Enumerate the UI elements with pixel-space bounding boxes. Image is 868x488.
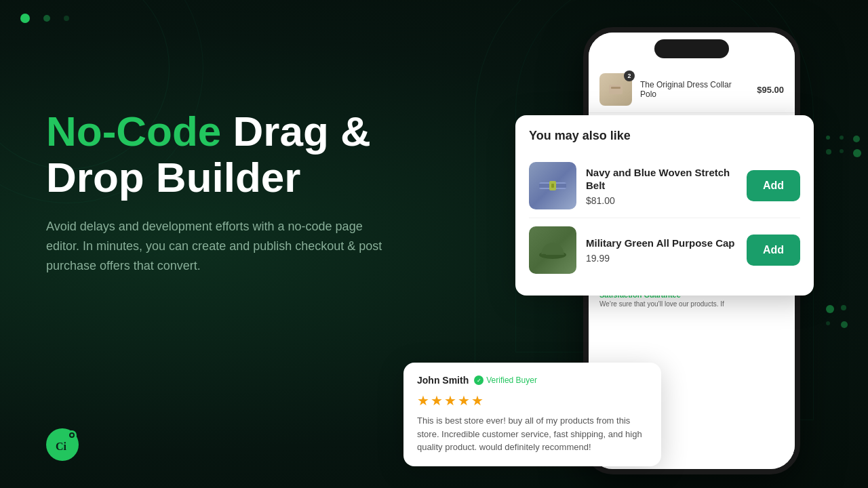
upsell-item-2-info: Military Green All Purpose Cap 19.99 bbox=[586, 237, 737, 264]
dot bbox=[840, 136, 844, 140]
left-content: No-Code Drag & Drop Builder Avoid delays… bbox=[46, 108, 439, 276]
top-dot-1 bbox=[20, 14, 30, 23]
upsell-add-btn-2[interactable]: Add bbox=[747, 235, 800, 266]
verified-badge: ✓ Verified Buyer bbox=[474, 375, 537, 385]
upsell-item-2-image bbox=[529, 226, 576, 274]
svg-rect-14 bbox=[551, 184, 554, 188]
cart-badge: 2 bbox=[624, 70, 635, 81]
dot bbox=[826, 305, 834, 313]
cart-img-wrapper: 2 bbox=[599, 73, 632, 106]
dot bbox=[841, 321, 848, 328]
upsell-popup: You may also like Navy and Blue Woven St… bbox=[515, 115, 814, 296]
cart-item-row: 2 The Original Dress Collar Polo $95.00 bbox=[589, 66, 795, 113]
dot bbox=[826, 149, 831, 155]
verified-label: Verified Buyer bbox=[486, 375, 537, 385]
dot bbox=[826, 321, 830, 325]
dot bbox=[840, 149, 844, 153]
upsell-item-1-image bbox=[529, 162, 576, 209]
dot bbox=[853, 136, 860, 142]
dot bbox=[841, 305, 846, 310]
upsell-item-1-name: Navy and Blue Woven Stretch Belt bbox=[586, 166, 737, 192]
reviewer-name: John Smith bbox=[417, 375, 469, 386]
upsell-item-1-price: $81.00 bbox=[586, 195, 737, 206]
right-dots bbox=[826, 136, 860, 157]
upsell-title: You may also like bbox=[529, 129, 800, 143]
guarantee-desc: We’re sure that you’ll love our products… bbox=[599, 300, 784, 308]
brand-logo: Ci bbox=[46, 426, 81, 464]
review-popup: John Smith ✓ Verified Buyer ★★★★★ This i… bbox=[403, 363, 661, 466]
svg-rect-9 bbox=[609, 85, 623, 94]
top-dot-2 bbox=[43, 15, 50, 22]
headline: No-Code Drag & Drop Builder bbox=[46, 108, 439, 201]
top-dot-3 bbox=[64, 16, 69, 21]
dot bbox=[826, 136, 830, 140]
right-dots-2 bbox=[826, 305, 848, 328]
verified-icon: ✓ bbox=[474, 375, 484, 385]
svg-rect-10 bbox=[611, 87, 620, 89]
headline-green: No-Code bbox=[46, 108, 221, 155]
review-text: This is best store ever! buy all of my p… bbox=[417, 414, 648, 454]
dot bbox=[853, 149, 861, 157]
star-rating: ★★★★★ bbox=[417, 392, 648, 409]
phone-notch bbox=[654, 39, 729, 58]
svg-point-8 bbox=[71, 434, 73, 436]
upsell-item-1: Navy and Blue Woven Stretch Belt $81.00 … bbox=[529, 154, 800, 218]
upsell-item-2-price: 19.99 bbox=[586, 253, 737, 264]
upsell-add-btn-1[interactable]: Add bbox=[747, 170, 800, 201]
upsell-item-1-info: Navy and Blue Woven Stretch Belt $81.00 bbox=[586, 166, 737, 206]
top-dots bbox=[20, 14, 69, 23]
upsell-item-2-name: Military Green All Purpose Cap bbox=[586, 237, 737, 250]
subtext: Avoid delays and development efforts wit… bbox=[46, 217, 399, 275]
upsell-item-2: Military Green All Purpose Cap 19.99 Add bbox=[529, 218, 800, 282]
cart-item-name: The Original Dress Collar Polo bbox=[640, 80, 749, 99]
cart-item-price: $95.00 bbox=[757, 85, 784, 95]
svg-text:Ci: Ci bbox=[56, 441, 67, 452]
reviewer-row: John Smith ✓ Verified Buyer bbox=[417, 375, 648, 386]
